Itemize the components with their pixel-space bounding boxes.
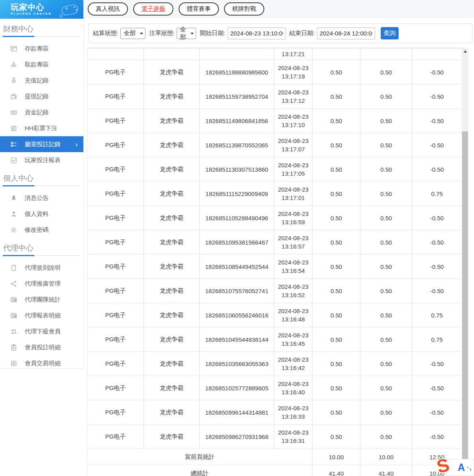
- cell-win-loss: 0.75: [412, 182, 462, 206]
- sidebar-item-agent-downline-members[interactable]: 代理下級會員: [0, 323, 83, 339]
- category-tabbar: 真人視訊 電子遊藝 體育賽事 棋牌對戰: [84, 0, 474, 18]
- order-status-select[interactable]: 全部: [177, 28, 196, 39]
- tab-sports[interactable]: 體育賽事: [179, 2, 219, 16]
- cell-valid-amount: 0.50: [360, 182, 412, 206]
- section-personal-label: 個人中心: [3, 174, 33, 182]
- table-row: PG电子 龙虎争霸 1826851139870552065 2024-08-23…: [87, 133, 462, 157]
- cell-win-loss: -0.50: [412, 157, 462, 181]
- sidebar-item-announcements[interactable]: 消息公告: [0, 190, 83, 206]
- end-date-input[interactable]: [317, 27, 375, 39]
- section-agent-label: 代理中心: [3, 244, 33, 252]
- sidebar-item-member-bet-detail[interactable]: 會員投註明細: [0, 339, 83, 355]
- cell-order-number: 1826851149806841856: [200, 109, 274, 133]
- sidebar-item-withdraw-zone[interactable]: 取款專區: [0, 57, 83, 72]
- sidebar-item-withdrawal-record[interactable]: 提現記錄: [0, 88, 83, 104]
- cell-bet-amount: 0.50: [313, 327, 360, 351]
- newspaper-icon: [10, 296, 17, 303]
- sidebar-item-player-bet-report[interactable]: 玩家投注報表: [0, 152, 83, 168]
- sidebar-item-label: 代理報表明細: [25, 312, 61, 319]
- search-button[interactable]: 查詢: [381, 27, 399, 39]
- cell-valid-amount: 0.50: [360, 60, 412, 84]
- table-row: PG电子 龙虎争霸 1826851035663055363 2024-08-23…: [87, 352, 462, 376]
- cell-platform: PG电子: [87, 279, 144, 303]
- sidebar-item-change-password[interactable]: 修改密碼: [0, 222, 83, 238]
- cell-platform: PG电子: [87, 255, 144, 278]
- person-icon: [10, 210, 17, 217]
- sidebar-item-hh-lottery-bets[interactable]: HH彩票下注: [0, 120, 83, 136]
- cell-bet-time: 2024-08-23 13:16:33: [274, 400, 313, 424]
- sidebar-item-agent-team-stats[interactable]: 代理團隊統計: [0, 292, 83, 308]
- cell-order-number: 1826851075576052741: [200, 279, 274, 303]
- vertical-scrollbar[interactable]: [462, 48, 468, 476]
- cell-win-loss: -0.50: [412, 279, 462, 303]
- sidebar-item-profile[interactable]: 個人資料: [0, 206, 83, 222]
- chevron-down-icon: [140, 33, 143, 35]
- cell-valid-amount: 0.50: [360, 303, 412, 327]
- cell-valid-amount: 0.50: [360, 255, 412, 278]
- table-row: PG电子 龙虎争霸 1826851105288490496 2024-08-23…: [87, 206, 462, 230]
- cell-bet-amount: 0.50: [313, 182, 360, 206]
- sidebar-item-hall-bet-record[interactable]: 廳室投註記錄 ›: [0, 136, 83, 152]
- document-lines-icon: [10, 125, 17, 132]
- sidebar-item-agent-report-detail[interactable]: 代理報表明細: [0, 308, 83, 323]
- sidebar-item-deposit-zone[interactable]: 存款專區: [0, 41, 83, 57]
- cell-bet-time: 2024-08-23 13:17:07: [274, 133, 313, 157]
- cell-bet-time: 2024-08-23 13:17:01: [274, 182, 313, 206]
- cell-game: 龙虎争霸: [144, 400, 200, 424]
- cell-platform: PG电子: [87, 157, 144, 181]
- personal-menu: 消息公告 個人資料 修改密碼: [0, 190, 83, 238]
- ime-punctuation-indicator[interactable]: ·,: [467, 464, 472, 472]
- page-stats-row: 當前頁統計 10.00 10.00 12.50: [87, 449, 462, 465]
- cell-platform: PG电子: [87, 60, 144, 84]
- people-icon: [10, 328, 17, 335]
- cell-platform: PG电子: [87, 425, 144, 449]
- newspaper-icon: [10, 312, 17, 319]
- tab-electronic-games[interactable]: 電子遊藝: [133, 2, 173, 16]
- cell-bet-amount: 0.50: [313, 157, 360, 181]
- cell-game: 龙虎争霸: [144, 157, 200, 181]
- cell-order-number: 1826851188880985600: [200, 60, 274, 84]
- sidebar-item-funds-record[interactable]: 資金記錄: [0, 104, 83, 120]
- share-icon: [10, 280, 17, 287]
- scrollbar-thumb[interactable]: [462, 131, 468, 461]
- cell-bet-time: 2024-08-23 13:16:48: [274, 303, 313, 327]
- cell-bet-amount: 0.50: [313, 352, 360, 376]
- cell-win-loss: -0.50: [412, 230, 462, 254]
- table-row: PG电子 龙虎争霸 1826851060556246016 2024-08-23…: [87, 303, 462, 327]
- cell-bet-time: 2024-08-23 13:17:12: [274, 84, 313, 108]
- cell-bet-time: 2024-08-23 13:17:05: [274, 157, 313, 181]
- table-row: PG电子 龙虎争霸 1826850986270931968 2024-08-23…: [87, 425, 462, 449]
- cell-bet-time: 2024-08-23 13:16:45: [274, 327, 313, 351]
- cell-bet-amount: 0.50: [313, 230, 360, 254]
- hand-coin-icon: [10, 61, 17, 68]
- sidebar-item-agent-rules[interactable]: 代理規則說明: [0, 260, 83, 276]
- cell-valid-amount: 0.50: [360, 327, 412, 351]
- ime-language-indicator[interactable]: A: [458, 462, 465, 473]
- cell-bet-time: 2024-08-23 13:16:40: [274, 376, 313, 400]
- sidebar-item-member-transaction-detail[interactable]: 會員交易明細: [0, 355, 83, 371]
- cell-game: 龙虎争霸: [144, 327, 200, 351]
- sidebar-item-agent-promotion[interactable]: 代理推廣管理: [0, 276, 83, 292]
- sidebar-item-recharge-record[interactable]: 充值記錄: [0, 72, 83, 88]
- section-finance: 財務中心: [0, 22, 83, 37]
- cell-valid-amount: 0.50: [360, 352, 412, 376]
- scroll-up-arrow-icon: [464, 50, 467, 53]
- cell-valid-amount: 0.50: [360, 206, 412, 230]
- table-row: PG电子 龙虎争霸 1826851115229009409 2024-08-23…: [87, 182, 462, 206]
- start-date-input[interactable]: [228, 27, 286, 39]
- cell-bet-amount: 0.50: [313, 206, 360, 230]
- tab-live-casino[interactable]: 真人視訊: [88, 2, 128, 16]
- cell-valid-amount: 0.50: [360, 400, 412, 424]
- cell-bet-time: 2024-08-23 13:16:31: [274, 425, 313, 449]
- table-row: PG电子 龙虎争霸 1826851188880985600 2024-08-23…: [87, 60, 462, 84]
- scroll-up-button[interactable]: [462, 48, 468, 55]
- cell-platform: PG电子: [87, 352, 144, 376]
- cell-order-number: 1826851159738952704: [200, 84, 274, 108]
- cell-order-number: 1826851130307513860: [200, 157, 274, 181]
- tab-board-games[interactable]: 棋牌對戰: [224, 2, 264, 16]
- table-row: PG电子 龙虎争霸 1826851159738952704 2024-08-23…: [87, 84, 462, 109]
- table-row: PG电子 龙虎争霸 1826851085449452544 2024-08-23…: [87, 255, 462, 279]
- settle-status-select[interactable]: 全部: [120, 28, 146, 39]
- cell-win-loss: -0.50: [412, 133, 462, 157]
- wallet-icon: [10, 93, 17, 100]
